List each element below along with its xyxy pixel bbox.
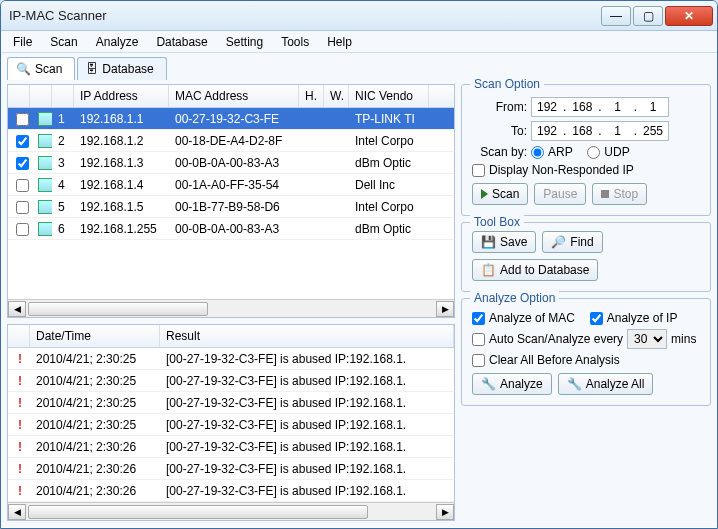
result-table-body[interactable]: !2010/4/21; 2:30:25[00-27-19-32-C3-FE] i…	[8, 348, 454, 502]
hscroll-thumb[interactable]	[28, 302, 208, 316]
auto-scan-interval-select[interactable]: 30	[627, 329, 667, 349]
row-mac: 00-0B-0A-00-83-A3	[169, 156, 299, 170]
analyze-option-legend: Analyze Option	[470, 291, 559, 305]
auto-scan-label: Auto Scan/Analyze every	[489, 332, 623, 346]
col-nicvendor[interactable]: NIC Vendo	[349, 85, 429, 107]
hscroll-right-button[interactable]: ▶	[436, 504, 454, 520]
menu-tools[interactable]: Tools	[273, 33, 317, 51]
add-to-database-button[interactable]: 📋Add to Database	[472, 259, 598, 281]
scan-option-legend: Scan Option	[470, 77, 544, 91]
analyze-all-button[interactable]: 🔧Analyze All	[558, 373, 654, 395]
toolbox-legend: Tool Box	[470, 215, 524, 229]
result-table-header: Date/Time Result	[8, 325, 454, 348]
pause-button[interactable]: Pause	[534, 183, 586, 205]
row-number: 2	[52, 134, 74, 148]
to-ip-octet-4[interactable]	[638, 122, 668, 140]
row-result: [00-27-19-32-C3-FE] is abused IP:192.168…	[160, 440, 454, 454]
tab-database[interactable]: 🗄 Database	[77, 57, 166, 80]
row-number: 6	[52, 222, 74, 236]
scan-button[interactable]: Scan	[472, 183, 528, 205]
row-checkbox[interactable]	[16, 179, 29, 192]
table-row[interactable]: !2010/4/21; 2:30:26[00-27-19-32-C3-FE] i…	[8, 458, 454, 480]
table-row[interactable]: 4192.168.1.400-1A-A0-FF-35-54Dell Inc	[8, 174, 454, 196]
row-number: 3	[52, 156, 74, 170]
menu-file[interactable]: File	[5, 33, 40, 51]
hscroll-right-button[interactable]: ▶	[436, 301, 454, 317]
close-button[interactable]: ✕	[665, 6, 713, 26]
from-ip-octet-1[interactable]	[532, 98, 562, 116]
to-ip-octet-3[interactable]	[603, 122, 633, 140]
table-row[interactable]: 3192.168.1.300-0B-0A-00-83-A3dBm Optic	[8, 152, 454, 174]
display-nonresponded-checkbox[interactable]	[472, 164, 485, 177]
row-checkbox[interactable]	[16, 135, 29, 148]
scan-table-header: IP Address MAC Address H. W. NIC Vendo	[8, 85, 454, 108]
menu-help[interactable]: Help	[319, 33, 360, 51]
titlebar[interactable]: IP-MAC Scanner — ▢ ✕	[1, 1, 717, 31]
scan-hscrollbar[interactable]: ◀ ▶	[8, 299, 454, 317]
auto-scan-checkbox[interactable]	[472, 333, 485, 346]
analyze-ip-checkbox[interactable]	[590, 312, 603, 325]
scanby-arp-radio[interactable]	[531, 146, 544, 159]
row-checkbox[interactable]	[16, 157, 29, 170]
table-row[interactable]: 5192.168.1.500-1B-77-B9-58-D6Intel Corpo	[8, 196, 454, 218]
from-ip-input[interactable]: . . .	[531, 97, 669, 117]
row-checkbox[interactable]	[16, 223, 29, 236]
menu-setting[interactable]: Setting	[218, 33, 271, 51]
to-ip-octet-2[interactable]	[567, 122, 597, 140]
result-hscrollbar[interactable]: ◀ ▶	[8, 502, 454, 520]
col-ipaddress[interactable]: IP Address	[74, 85, 169, 107]
table-row[interactable]: !2010/4/21; 2:30:25[00-27-19-32-C3-FE] i…	[8, 370, 454, 392]
warning-icon: !	[14, 462, 26, 476]
scan-option-panel: Scan Option From: . . . To: . . .	[461, 84, 711, 216]
find-button[interactable]: 🔎Find	[542, 231, 602, 253]
menu-scan[interactable]: Scan	[42, 33, 85, 51]
row-datetime: 2010/4/21; 2:30:25	[30, 352, 160, 366]
col-h[interactable]: H.	[299, 85, 324, 107]
clear-all-checkbox[interactable]	[472, 354, 485, 367]
stop-button[interactable]: Stop	[592, 183, 647, 205]
minimize-button[interactable]: —	[601, 6, 631, 26]
table-row[interactable]: !2010/4/21; 2:30:25[00-27-19-32-C3-FE] i…	[8, 348, 454, 370]
row-mac: 00-1B-77-B9-58-D6	[169, 200, 299, 214]
col-macaddress[interactable]: MAC Address	[169, 85, 299, 107]
row-checkbox[interactable]	[16, 201, 29, 214]
analyze-mac-checkbox[interactable]	[472, 312, 485, 325]
col-datetime[interactable]: Date/Time	[30, 325, 160, 347]
row-number: 4	[52, 178, 74, 192]
hscroll-thumb[interactable]	[28, 505, 368, 519]
col-w[interactable]: W.	[324, 85, 349, 107]
menu-database[interactable]: Database	[148, 33, 215, 51]
to-label: To:	[472, 124, 527, 138]
udp-label: UDP	[604, 145, 629, 159]
row-checkbox[interactable]	[16, 113, 29, 126]
hscroll-left-button[interactable]: ◀	[8, 504, 26, 520]
tab-scan[interactable]: 🔍 Scan	[7, 57, 75, 80]
from-ip-octet-2[interactable]	[567, 98, 597, 116]
from-ip-octet-4[interactable]	[638, 98, 668, 116]
table-row[interactable]: !2010/4/21; 2:30:26[00-27-19-32-C3-FE] i…	[8, 436, 454, 458]
col-result[interactable]: Result	[160, 325, 454, 347]
save-button[interactable]: 💾Save	[472, 231, 536, 253]
row-number: 5	[52, 200, 74, 214]
row-result: [00-27-19-32-C3-FE] is abused IP:192.168…	[160, 396, 454, 410]
scanby-udp-radio[interactable]	[587, 146, 600, 159]
to-ip-octet-1[interactable]	[532, 122, 562, 140]
from-ip-octet-3[interactable]	[603, 98, 633, 116]
maximize-button[interactable]: ▢	[633, 6, 663, 26]
table-row[interactable]: 2192.168.1.200-18-DE-A4-D2-8FIntel Corpo	[8, 130, 454, 152]
table-row[interactable]: !2010/4/21; 2:30:26[00-27-19-32-C3-FE] i…	[8, 480, 454, 502]
analyze-button-label: Analyze	[500, 377, 543, 391]
row-datetime: 2010/4/21; 2:30:25	[30, 418, 160, 432]
table-row[interactable]: 6192.168.1.25500-0B-0A-00-83-A3dBm Optic	[8, 218, 454, 240]
to-ip-input[interactable]: . . .	[531, 121, 669, 141]
scan-table-body[interactable]: 1192.168.1.100-27-19-32-C3-FETP-LINK TI2…	[8, 108, 454, 299]
window-title: IP-MAC Scanner	[9, 8, 601, 23]
database-icon: 🗄	[86, 62, 98, 76]
hscroll-left-button[interactable]: ◀	[8, 301, 26, 317]
analyze-button[interactable]: 🔧Analyze	[472, 373, 552, 395]
menu-analyze[interactable]: Analyze	[88, 33, 147, 51]
table-row[interactable]: 1192.168.1.100-27-19-32-C3-FETP-LINK TI	[8, 108, 454, 130]
table-row[interactable]: !2010/4/21; 2:30:25[00-27-19-32-C3-FE] i…	[8, 392, 454, 414]
scanby-label: Scan by:	[472, 145, 527, 159]
table-row[interactable]: !2010/4/21; 2:30:25[00-27-19-32-C3-FE] i…	[8, 414, 454, 436]
